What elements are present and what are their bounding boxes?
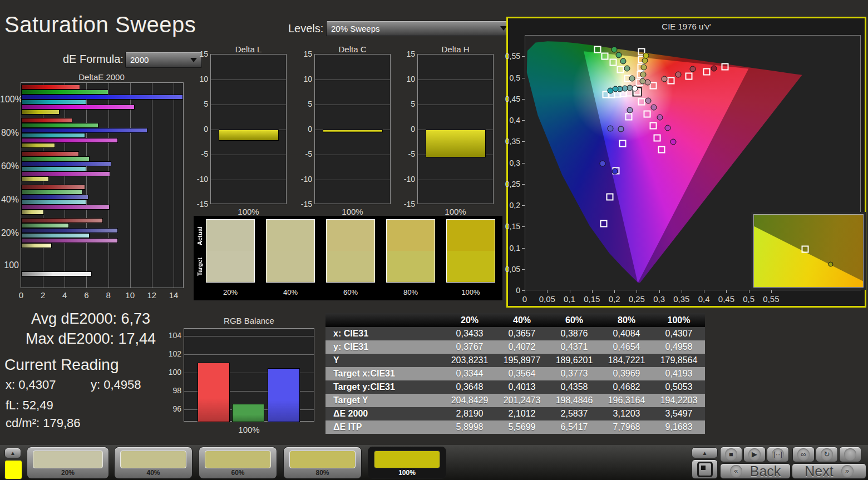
cie-measured-marker-blue [627,107,633,113]
y-tick-label: 0,5 [505,73,520,82]
transport-stop-button[interactable]: ■ [720,447,742,462]
tick [522,290,525,291]
chart-title: CIE 1976 u'v' [508,22,865,31]
x-category-label: 100% [417,207,494,216]
de-bar-green [21,223,69,228]
table-cell: 0,4371 [548,340,600,354]
y-tick-label: 0 [402,125,415,133]
tick [522,226,525,227]
transport-continuous-button[interactable]: ∞ [792,447,815,462]
swatch-column-label: 60% [326,288,375,296]
de-bar-yellow [21,210,44,215]
table-header-cell: 20% [443,313,496,327]
table-cell: 0,4193 [653,367,705,380]
cie-measured-marker-yellow [643,52,649,58]
transport-pattern-window-button[interactable]: [··] [767,447,789,462]
delta-plot-area [210,54,287,204]
rgb-plot-area [184,328,314,422]
tick [547,290,548,293]
gridline [315,155,390,155]
group-label: 20% [0,228,19,238]
gridline [108,83,109,288]
y-tick-label: -10 [299,175,312,184]
levels-dropdown[interactable]: 20% Sweeps [326,21,512,36]
patch-button-80%[interactable]: 80% [283,447,362,479]
patch-swatch [33,451,103,468]
actual-swatch [206,219,255,251]
table-row: Target y:CIE310,36480,40130,43580,46820,… [326,380,705,394]
table-cell: 2,5837 [548,407,600,420]
transport-up-button[interactable]: ▲ [692,447,718,458]
transport-blank-button[interactable] [839,447,861,462]
back-label: Back [750,463,781,479]
table-header-cell: 40% [496,313,548,327]
rgb-bar-red [198,363,230,422]
de-bar-red [21,118,72,123]
transport-loop-button[interactable]: ↻ [816,447,838,462]
de-bar-blue [21,128,147,133]
actual-swatch [266,219,315,251]
y-tick-label: -5 [402,150,415,159]
de-bar-white [21,271,92,276]
pattern-window-button[interactable] [692,459,718,479]
continuous-icon: ∞ [797,448,810,461]
de-bar-green [21,190,82,195]
next-button[interactable]: Next » [792,463,866,479]
x-category-label: 100% [210,207,287,216]
group-label: 60% [0,161,19,171]
de-bar-yellow [21,143,55,148]
gridline [211,155,286,155]
tick [522,163,525,164]
delta-bar [323,130,383,132]
tick [522,184,525,185]
y-tick-label: 0,15 [505,222,520,231]
max-de2000-stat: Max dE2000: 17,44 [4,330,177,348]
table-cell: 2,8190 [443,407,496,420]
y-tick-label: 96 [166,404,181,413]
actual-swatch [326,219,375,251]
y-tick-label: 10 [195,75,208,83]
table-cell: 0,4072 [496,340,548,354]
de-bar-red [21,185,85,190]
table-cell: 0,3433 [443,327,496,340]
tick [525,290,525,293]
patch-button-100%[interactable]: 100% [368,447,446,479]
de-bar-blue [21,195,88,200]
table-row-label: Target y:CIE31 [326,380,443,394]
cie-measured-marker-blue [599,161,605,167]
tick [726,290,727,293]
patch-window-up-button[interactable]: ▲ [4,448,21,458]
table-cell: 198,4846 [548,394,600,407]
gridline [418,105,493,105]
y-tick-label: 0,25 [505,180,520,189]
x-tick-label: 2 [41,290,45,300]
table-row-label: x: CIE31 [326,327,443,340]
back-button[interactable]: « Back [720,463,791,479]
patch-button-60%[interactable]: 60% [199,447,277,479]
x-tick-label: 0,45 [718,294,734,304]
current-reading-fl: fL: 52,49 [6,398,53,413]
cie-measured-marker-blue [608,125,614,131]
de-formula-dropdown[interactable]: 2000 [125,52,202,68]
patch-button-20%[interactable]: 20% [27,447,109,479]
table-cell: 0,4358 [548,380,600,394]
de-bar-green [21,156,90,161]
cie-measured-marker-blue [612,169,618,175]
table-cell: 2,1012 [496,407,548,420]
chart-title: RGB Balance [184,316,314,325]
cie-target-marker-red [667,77,674,85]
current-patch-swatch [4,460,22,479]
table-cell: 0,4307 [653,327,705,340]
cie-measured-marker-white [632,85,638,91]
y-tick-label: 15 [299,50,312,58]
table-cell: 203,8231 [443,354,496,367]
cie-target-marker-blue [619,140,626,147]
table-row: y: CIE310,37670,40720,43710,46540,4958 [326,340,705,354]
table-cell: 201,2473 [496,394,548,407]
transport-play-button[interactable]: ▶ [743,447,766,462]
x-tick-label: 0 [19,290,23,300]
y-tick-label: 5 [402,100,415,108]
gridline [86,83,87,288]
patch-button-40%[interactable]: 40% [114,447,193,479]
table-row-label: ΔE 2000 [326,407,443,420]
